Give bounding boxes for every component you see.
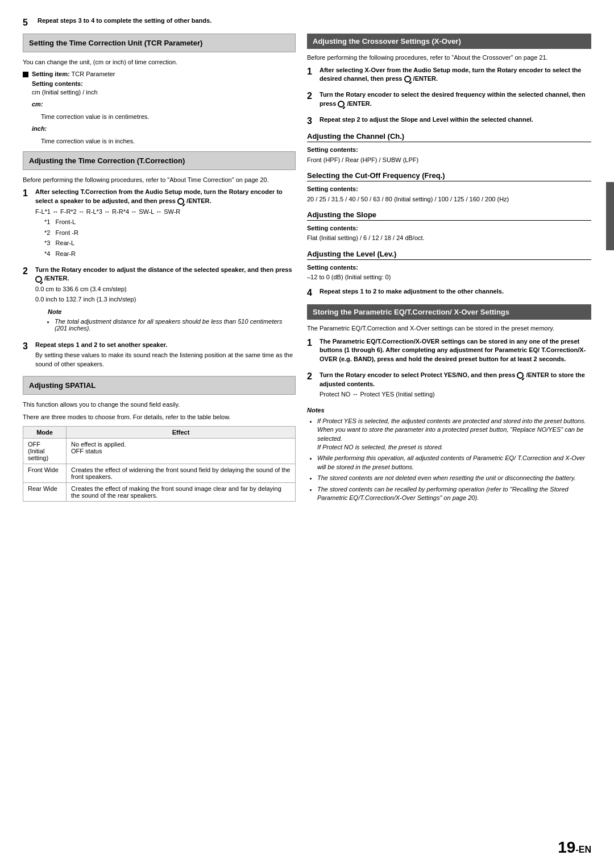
spatial-intro2: There are three modes to choose from. Fo… bbox=[23, 413, 296, 421]
black-square-icon bbox=[23, 72, 28, 77]
storing-notes: Notes If Protect YES is selected, the ad… bbox=[307, 406, 591, 502]
xover-step2-content: Turn the Rotary encoder to select the de… bbox=[320, 90, 591, 110]
level-sub-title: Adjusting the Level (Lev.) bbox=[307, 250, 591, 260]
step5-text: Repeat steps 3 to 4 to complete the sett… bbox=[38, 17, 211, 24]
freq-setting-value: 20 / 25 / 31.5 / 40 / 50 / 63 / 80 (Init… bbox=[307, 195, 591, 204]
xover-step2-text: Turn the Rotary encoder to select the de… bbox=[320, 90, 591, 108]
spatial-intro1: This function allows you to change the s… bbox=[23, 400, 296, 409]
step1-footnotes: *1 Front-L *2 Front -R *3 Rear-L *4 Rear… bbox=[44, 218, 296, 258]
tcr-setting-contents-value: cm (Initial setting) / inch bbox=[32, 89, 98, 96]
spatial-table: Mode Effect OFF(Initial setting) No effe… bbox=[23, 426, 296, 502]
page-num-suffix: -EN bbox=[575, 845, 591, 854]
tcr-setting-item: Setting item: TCR Parameter bbox=[23, 71, 296, 77]
slope-setting-value: Flat (Initial setting) / 6 / 12 / 18 / 2… bbox=[307, 234, 591, 242]
table-cell-off-effect: No effect is applied.OFF status bbox=[67, 438, 296, 464]
table-cell-rearwide-effect: Creates the effect of making the front s… bbox=[67, 482, 296, 501]
xover-step4-content: Repeat steps 1 to 2 to make adjustment t… bbox=[320, 287, 591, 297]
slope-sub-title: Adjusting the Slope bbox=[307, 210, 591, 221]
tcr-setting-contents-label: Setting contents: bbox=[32, 80, 83, 87]
search-icon-xover2 bbox=[338, 101, 345, 108]
step5-number: 5 bbox=[23, 17, 35, 28]
step2-line2: 0.0 inch to 132.7 inch (1.3 inch/step) bbox=[35, 295, 296, 304]
table-cell-off-mode: OFF(Initial setting) bbox=[23, 438, 67, 464]
xover-step3-num: 3 bbox=[307, 115, 320, 126]
storing-notes-title: Notes bbox=[307, 406, 591, 415]
storing-step1-content: The Parametric EQ/T.Correction/X-OVER se… bbox=[320, 337, 591, 365]
freq-setting-label: Setting contents: bbox=[307, 185, 591, 193]
tcr-intro: You can change the unit, (cm or inch) of… bbox=[23, 58, 296, 67]
search-icon-xover1 bbox=[404, 76, 411, 82]
tcorrection-step3: 3 Repeat steps 1 and 2 to set another sp… bbox=[23, 341, 296, 370]
xover-step1-text: After selecting X-Over from the Audio Se… bbox=[320, 66, 591, 84]
channel-sub-contents: Setting contents: Front (HPF) / Rear (HP… bbox=[307, 146, 591, 164]
table-row-rearwide: Rear Wide Creates the effect of making t… bbox=[23, 482, 296, 501]
step1-content: After selecting T.Correction from the Au… bbox=[35, 188, 296, 260]
freq-sub-title: Selecting the Cut-Off Frequency (Freq.) bbox=[307, 171, 591, 181]
storing-note-3: The stored contents are not deleted even… bbox=[317, 474, 591, 482]
tcr-setting-item-value: TCR Parameter bbox=[71, 71, 115, 77]
xover-step4-num: 4 bbox=[307, 287, 320, 298]
spatial-section-box: Adjusting SPATIAL bbox=[23, 376, 296, 395]
note-text: The total adjustment distance for all sp… bbox=[55, 318, 296, 332]
storing-step1-num: 1 bbox=[307, 337, 320, 348]
storing-step2-num: 2 bbox=[307, 371, 320, 382]
xover-step2-num: 2 bbox=[307, 90, 320, 101]
step2-line1: 0.0 cm to 336.6 cm (3.4 cm/step) bbox=[35, 285, 296, 294]
storing-intro: The Parametric EQ/T.Correction and X-Ove… bbox=[307, 324, 591, 333]
fn1: *1 Front-L bbox=[44, 218, 296, 226]
table-cell-rearwide-mode: Rear Wide bbox=[23, 482, 67, 501]
tcr-section: Setting the Time Correction Unit (TCR Pa… bbox=[23, 34, 296, 52]
fn4: *4 Rear-R bbox=[44, 250, 296, 258]
step1-footnote: F-L*1 ↔ F-R*2 ↔ R-L*3 ↔ R-R*4 ↔ SW-L ↔ S… bbox=[35, 208, 296, 216]
tcr-cm-label: cm: bbox=[32, 101, 43, 108]
xover-step3-text: Repeat step 2 to adjust the Slope and Le… bbox=[320, 115, 591, 124]
xover-body: Before performing the following procedur… bbox=[307, 53, 591, 502]
xover-step4: 4 Repeat steps 1 to 2 to make adjustment… bbox=[307, 287, 591, 298]
step3-desc: By setting these values to make its soun… bbox=[35, 351, 296, 369]
xover-step1-num: 1 bbox=[307, 66, 320, 77]
storing-note-2: While performing this operation, all adj… bbox=[317, 454, 591, 472]
xover-title: Adjusting the Crossover Settings (X-Over… bbox=[313, 37, 586, 46]
xover-section-box: Adjusting the Crossover Settings (X-Over… bbox=[307, 34, 591, 49]
tcr-body: You can change the unit, (cm or inch) of… bbox=[23, 58, 296, 146]
xover-step3: 3 Repeat step 2 to adjust the Slope and … bbox=[307, 115, 591, 126]
storing-note-1: If Protect YES is selected, the adjusted… bbox=[317, 417, 591, 452]
level-sub-contents: Setting contents: –12 to 0 (dB) (Initial… bbox=[307, 263, 591, 282]
note-label: Note bbox=[48, 308, 296, 316]
tcorrection-title: Adjusting the Time Correction (T.Correct… bbox=[29, 156, 289, 165]
sidebar-tab bbox=[606, 182, 614, 250]
tcr-cm-desc: Time correction value is in centimetres. bbox=[41, 113, 296, 121]
storing-notes-list: If Protect YES is selected, the adjusted… bbox=[307, 417, 591, 503]
tcr-inch-desc: Time correction value is in inches. bbox=[41, 137, 296, 146]
step2-text: Turn the Rotary encoder to adjust the di… bbox=[35, 266, 292, 282]
channel-setting-value: Front (HPF) / Rear (HPF) / SUBW (LPF) bbox=[307, 156, 591, 164]
tcr-title: Setting the Time Correction Unit (TCR Pa… bbox=[29, 39, 289, 47]
tcorrection-body: Before performing the following procedur… bbox=[23, 176, 296, 370]
page-num-value: 19 bbox=[558, 838, 575, 856]
table-row-frontwide: Front Wide Creates the effect of widenin… bbox=[23, 464, 296, 482]
table-header-mode: Mode bbox=[23, 426, 67, 438]
search-icon-storing bbox=[517, 372, 524, 379]
step3-num: 3 bbox=[23, 341, 35, 352]
xover-step1: 1 After selecting X-Over from the Audio … bbox=[307, 66, 591, 85]
note-list: The total adjustment distance for all sp… bbox=[48, 318, 296, 332]
storing-step2-text: Turn the Rotary encoder to select Protec… bbox=[320, 371, 591, 388]
slope-sub-contents: Setting contents: Flat (Initial setting)… bbox=[307, 224, 591, 243]
xover-step2: 2 Turn the Rotary encoder to select the … bbox=[307, 90, 591, 110]
xover-step4-text: Repeat steps 1 to 2 to make adjustment t… bbox=[320, 287, 591, 296]
step2-note: Note The total adjustment distance for a… bbox=[48, 308, 296, 332]
storing-step2: 2 Turn the Rotary encoder to select Prot… bbox=[307, 371, 591, 400]
storing-title: Storing the Parametric EQ/T.Correction/ … bbox=[313, 308, 586, 316]
search-icon-2 bbox=[35, 276, 42, 283]
search-icon-1 bbox=[177, 198, 184, 205]
level-setting-value: –12 to 0 (dB) (Initial setting: 0) bbox=[307, 273, 591, 282]
xover-step3-content: Repeat step 2 to adjust the Slope and Le… bbox=[320, 115, 591, 126]
step3-content: Repeat steps 1 and 2 to set another spea… bbox=[35, 341, 296, 370]
spatial-title: Adjusting SPATIAL bbox=[29, 381, 289, 390]
table-cell-frontwide-effect: Creates the effect of widening the front… bbox=[67, 464, 296, 482]
xover-intro: Before performing the following procedur… bbox=[307, 53, 591, 62]
channel-sub-title: Adjusting the Channel (Ch.) bbox=[307, 132, 591, 142]
storing-step2-content: Turn the Rotary encoder to select Protec… bbox=[320, 371, 591, 400]
slope-setting-label: Setting contents: bbox=[307, 224, 591, 233]
tcr-inch-label: inch: bbox=[32, 125, 47, 132]
